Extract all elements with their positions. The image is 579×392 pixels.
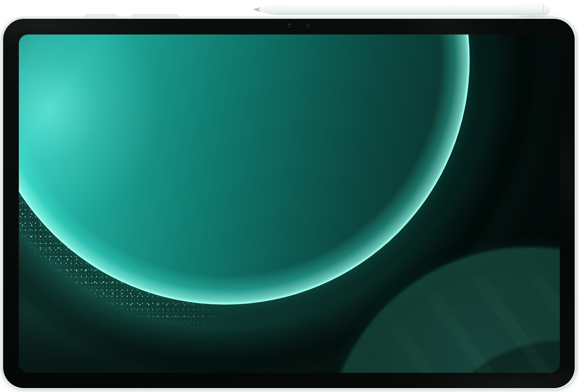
display-wallpaper	[19, 34, 560, 373]
tablet-bezel	[3, 19, 575, 388]
tablet-device	[1, 17, 578, 391]
stylus-cap-seam	[543, 4, 544, 15]
front-camera-icon	[287, 23, 292, 28]
ambient-light-sensor-icon	[306, 24, 310, 28]
s-pen-stylus	[252, 3, 557, 16]
product-image	[0, 0, 579, 392]
stylus-highlight	[285, 5, 516, 7]
glass-reflection	[19, 34, 560, 373]
